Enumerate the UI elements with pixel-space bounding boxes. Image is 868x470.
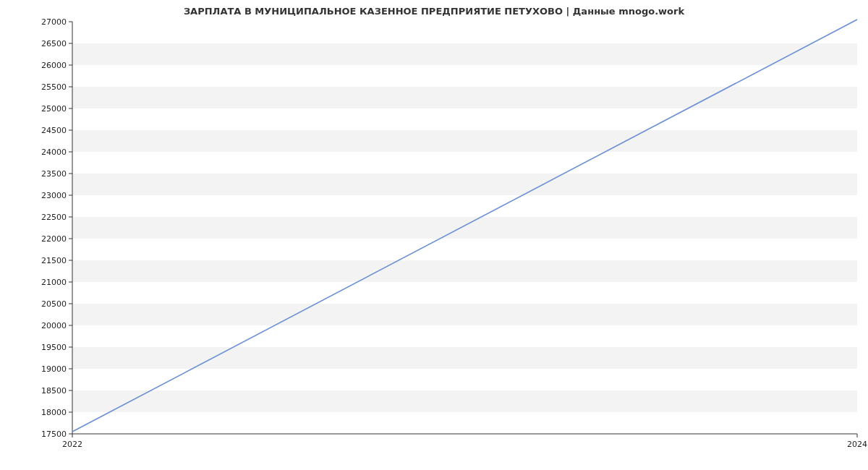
y-tick-label: 19000 <box>23 364 67 374</box>
y-tick-label: 20500 <box>23 299 67 309</box>
y-tick-label: 25000 <box>23 104 67 114</box>
y-tick-label: 20000 <box>23 321 67 330</box>
y-tick-label: 27000 <box>23 17 67 27</box>
y-tick-label: 22500 <box>23 213 67 222</box>
y-tick-label: 24500 <box>23 126 67 135</box>
svg-rect-3 <box>72 260 857 282</box>
y-tick-label: 23000 <box>23 191 67 200</box>
y-tick-label: 21000 <box>23 278 67 287</box>
svg-rect-2 <box>72 304 857 325</box>
y-tick-label: 26500 <box>23 39 67 48</box>
y-tick-label: 23500 <box>23 169 67 179</box>
y-tick-label: 21500 <box>23 256 67 265</box>
svg-rect-6 <box>72 130 857 152</box>
svg-rect-5 <box>72 174 857 195</box>
y-tick-label: 25500 <box>23 82 67 92</box>
chart-svg <box>72 22 857 434</box>
x-tick-label: 2022 <box>62 440 82 449</box>
svg-rect-8 <box>72 43 857 65</box>
plot-area <box>72 22 857 434</box>
x-tick-label: 2024 <box>847 440 867 449</box>
svg-rect-0 <box>72 390 857 412</box>
svg-rect-4 <box>72 217 857 239</box>
y-tick-label: 22000 <box>23 234 67 244</box>
y-tick-label: 18500 <box>23 386 67 396</box>
y-tick-label: 19500 <box>23 343 67 352</box>
y-tick-label: 26000 <box>23 61 67 70</box>
y-tick-label: 24000 <box>23 148 67 157</box>
y-tick-label: 17500 <box>23 430 67 439</box>
svg-rect-1 <box>72 347 857 369</box>
chart-container: ЗАРПЛАТА В МУНИЦИПАЛЬНОЕ КАЗЕННОЕ ПРЕДПР… <box>0 0 868 470</box>
chart-title: ЗАРПЛАТА В МУНИЦИПАЛЬНОЕ КАЗЕННОЕ ПРЕДПР… <box>0 6 868 17</box>
svg-rect-7 <box>72 87 857 108</box>
y-tick-label: 18000 <box>23 408 67 417</box>
